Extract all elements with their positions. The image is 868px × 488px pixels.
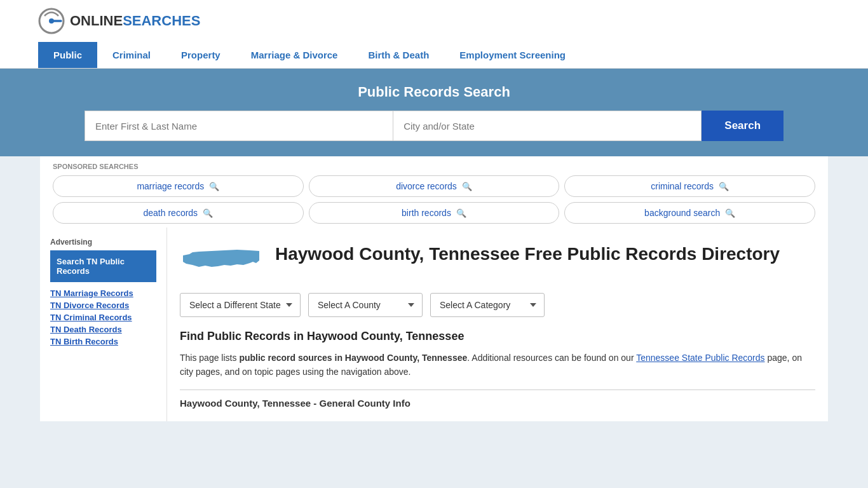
nav-employment[interactable]: Employment Screening <box>444 42 581 68</box>
main-container: Advertising Search TN Public Records TN … <box>40 227 828 421</box>
main-nav: Public Criminal Property Marriage & Divo… <box>0 42 868 69</box>
sponsored-item-death[interactable]: death records 🔍 <box>53 202 304 224</box>
sponsored-item-death-label: death records <box>144 208 198 218</box>
find-link[interactable]: Tennessee State Public Records <box>636 353 764 363</box>
nav-birth-death[interactable]: Birth & Death <box>353 42 444 68</box>
header: ONLINESEARCHES <box>0 0 868 42</box>
search-icon-death: 🔍 <box>203 208 213 218</box>
county-info-heading: Haywood County, Tennessee - General Coun… <box>180 390 815 409</box>
search-banner-title: Public Records Search <box>38 84 830 100</box>
search-banner: Public Records Search Search <box>0 69 868 156</box>
sidebar-link-divorce[interactable]: TN Divorce Records <box>50 301 156 310</box>
search-button[interactable]: Search <box>702 111 783 141</box>
nav-property[interactable]: Property <box>166 42 236 68</box>
logo: ONLINESEARCHES <box>38 8 200 34</box>
logo-icon <box>38 8 65 34</box>
logo-text: ONLINESEARCHES <box>70 13 200 29</box>
sidebar-link-death[interactable]: TN Death Records <box>50 325 156 334</box>
sponsored-item-divorce[interactable]: divorce records 🔍 <box>309 175 560 197</box>
sponsored-item-marriage[interactable]: marriage records 🔍 <box>53 175 304 197</box>
sponsored-label: SPONSORED SEARCHES <box>53 163 815 170</box>
nav-marriage-divorce[interactable]: Marriage & Divorce <box>236 42 353 68</box>
sponsored-item-marriage-label: marriage records <box>137 181 204 191</box>
category-dropdown[interactable]: Select A Category <box>430 293 545 317</box>
find-desc-part1: This page lists <box>180 353 239 363</box>
state-dropdown[interactable]: Select a Different State <box>180 293 301 317</box>
sponsored-section: SPONSORED SEARCHES marriage records 🔍 di… <box>40 156 828 227</box>
svg-point-1 <box>49 18 54 24</box>
dropdown-row: Select a Different State Select A County… <box>180 293 815 317</box>
sponsored-item-criminal-label: criminal records <box>651 181 714 191</box>
sidebar: Advertising Search TN Public Records TN … <box>40 227 167 421</box>
body-wrapper: Advertising Search TN Public Records TN … <box>40 227 828 421</box>
find-desc-bold: public record sources in Haywood County,… <box>239 353 467 363</box>
search-icon-birth: 🔍 <box>456 208 466 218</box>
sidebar-ad-label: Advertising <box>50 238 156 247</box>
location-input[interactable] <box>393 111 702 141</box>
sponsored-grid: marriage records 🔍 divorce records 🔍 cri… <box>53 175 815 224</box>
search-bar: Search <box>85 111 783 141</box>
sponsored-item-divorce-label: divorce records <box>396 181 457 191</box>
state-map <box>180 243 262 283</box>
nav-public[interactable]: Public <box>38 42 97 68</box>
county-dropdown[interactable]: Select A County <box>308 293 423 317</box>
sponsored-item-birth-label: birth records <box>402 208 451 218</box>
name-input[interactable] <box>85 111 393 141</box>
find-desc-part2: . Additional resources can be found on o… <box>467 353 636 363</box>
sponsored-item-birth[interactable]: birth records 🔍 <box>309 202 560 224</box>
sidebar-link-marriage[interactable]: TN Marriage Records <box>50 288 156 298</box>
sponsored-item-background[interactable]: background search 🔍 <box>564 202 815 224</box>
page-heading: Haywood County, Tennessee Free Public Re… <box>180 227 815 293</box>
sidebar-ad-button[interactable]: Search TN Public Records <box>50 250 156 282</box>
sidebar-link-birth[interactable]: TN Birth Records <box>50 337 156 346</box>
nav-criminal[interactable]: Criminal <box>97 42 166 68</box>
search-icon-divorce: 🔍 <box>462 182 472 191</box>
search-icon-background: 🔍 <box>725 208 735 218</box>
page-title: Haywood County, Tennessee Free Public Re… <box>275 243 780 266</box>
sidebar-link-criminal[interactable]: TN Criminal Records <box>50 313 156 322</box>
sponsored-item-background-label: background search <box>644 208 720 218</box>
sponsored-item-criminal[interactable]: criminal records 🔍 <box>564 175 815 197</box>
find-desc: This page lists public record sources in… <box>180 351 815 379</box>
content: Haywood County, Tennessee Free Public Re… <box>167 227 828 421</box>
search-icon-marriage: 🔍 <box>209 182 219 191</box>
search-icon-criminal: 🔍 <box>719 182 729 191</box>
find-heading: Find Public Records in Haywood County, T… <box>180 330 815 343</box>
